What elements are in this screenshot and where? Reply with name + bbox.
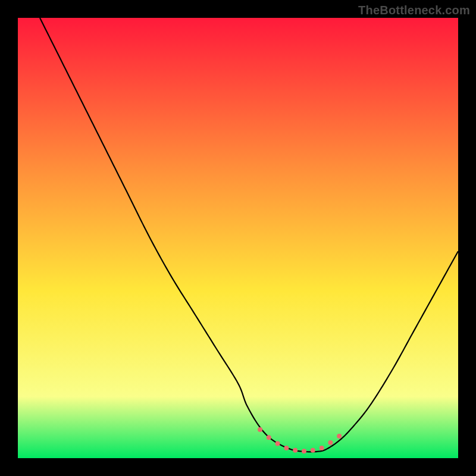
plateau-dot — [311, 448, 315, 453]
plot-area — [18, 18, 458, 458]
plateau-dot — [275, 441, 280, 446]
plateau-dot — [302, 449, 306, 453]
gradient-background — [18, 18, 458, 458]
plateau-dot — [320, 446, 324, 450]
plateau-dot — [337, 434, 342, 439]
chart-container: TheBottleneck.com — [0, 0, 476, 476]
watermark-text: TheBottleneck.com — [358, 4, 470, 17]
plateau-dot — [328, 440, 333, 445]
plateau-dot — [284, 446, 289, 450]
plot-svg — [18, 18, 458, 458]
plateau-dot — [267, 435, 271, 440]
plateau-dot — [258, 427, 262, 432]
plateau-dot — [293, 448, 298, 453]
